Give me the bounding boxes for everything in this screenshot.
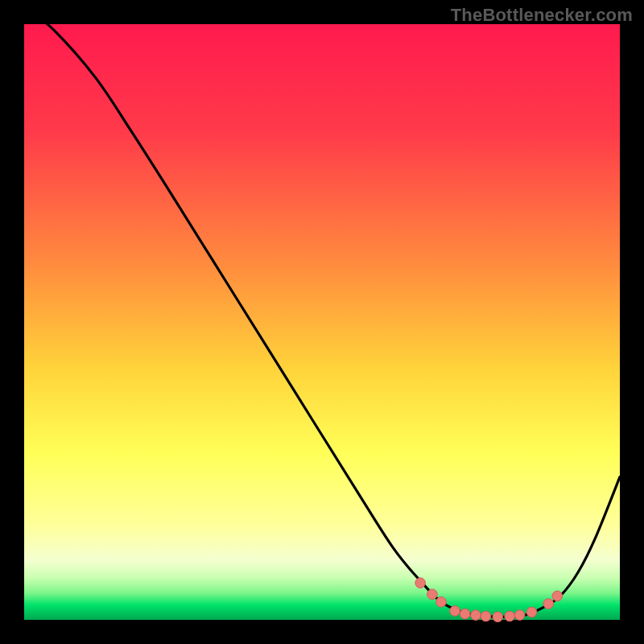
data-dot: [514, 610, 525, 621]
plot-area: [24, 24, 620, 620]
curve-layer: [24, 24, 620, 620]
data-dot: [493, 612, 503, 622]
data-dot: [460, 609, 470, 619]
data-dot: [481, 611, 491, 621]
data-dot: [450, 606, 460, 617]
data-dot: [471, 610, 481, 621]
chart-stage: TheBottlenecker.com: [0, 0, 644, 644]
data-dot: [552, 591, 563, 601]
bottleneck-curve: [24, 6, 620, 617]
data-dot: [415, 578, 426, 588]
watermark-text: TheBottlenecker.com: [451, 5, 633, 26]
data-dot: [505, 611, 515, 621]
data-dot: [543, 599, 554, 609]
data-dot: [436, 597, 447, 608]
data-dot: [427, 589, 438, 600]
data-dot: [526, 607, 537, 617]
data-dots: [415, 578, 563, 622]
